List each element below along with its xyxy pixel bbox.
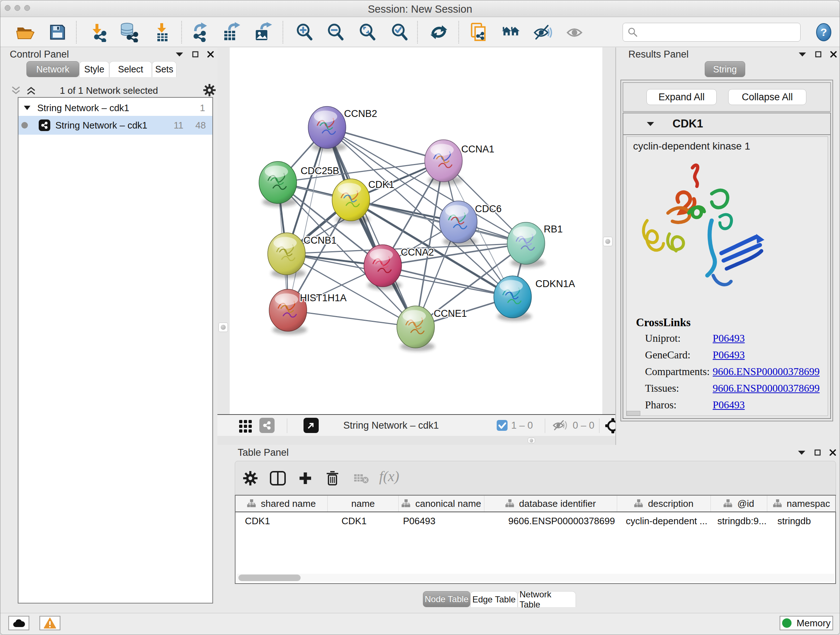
cloud-status-button[interactable]: [8, 616, 29, 630]
gene-name: CDK1: [673, 117, 703, 130]
panel-collapse-icon[interactable]: [798, 52, 806, 57]
tab-sets[interactable]: Sets: [152, 61, 177, 77]
import-network-icon[interactable]: [88, 22, 108, 42]
node-table: shared namenamecanonical namedatabase id…: [235, 495, 836, 584]
network-options-gear-icon[interactable]: [203, 84, 216, 97]
show-columns-icon[interactable]: [269, 470, 286, 487]
search-input[interactable]: [622, 23, 801, 42]
results-horizontal-scrollbar[interactable]: [627, 411, 640, 416]
panel-float-icon[interactable]: [815, 51, 821, 57]
show-all-icon[interactable]: [565, 22, 585, 42]
panel-float-icon[interactable]: [814, 449, 821, 456]
node-label-cdk1: CDK1: [368, 179, 394, 190]
network-node-cdkn1a[interactable]: [494, 276, 532, 321]
expand-all-button[interactable]: Expand All: [646, 89, 717, 105]
panel-float-icon[interactable]: [192, 51, 199, 57]
tree-expand-icon[interactable]: [24, 105, 31, 111]
panel-collapse-icon[interactable]: [175, 52, 183, 57]
detach-view-icon[interactable]: [303, 418, 319, 433]
crosslink-label: GeneCard:: [645, 349, 691, 361]
table-panel-window-controls: [798, 449, 836, 456]
table-cell: CDK1: [235, 512, 328, 530]
scrollbar-thumb[interactable]: [238, 575, 301, 581]
zoom-fit-icon[interactable]: [357, 22, 378, 42]
warning-status-button[interactable]: [39, 616, 60, 630]
column-header-description[interactable]: description: [617, 496, 711, 511]
crosslink-row: Uniprot:P06493: [627, 333, 828, 349]
tab-network-table[interactable]: Network Table: [518, 591, 576, 607]
import-table-icon[interactable]: [152, 22, 172, 42]
memory-button[interactable]: Memory: [780, 616, 833, 630]
collapse-all-button[interactable]: Collapse All: [728, 89, 806, 105]
network-node-ccnb1[interactable]: [268, 233, 306, 278]
network-node-cdc6[interactable]: [439, 201, 477, 246]
network-edge[interactable]: [288, 127, 327, 310]
help-icon[interactable]: ?: [813, 22, 834, 42]
duplicate-network-icon[interactable]: [468, 22, 488, 42]
grid-view-icon[interactable]: [238, 418, 253, 434]
network-canvas[interactable]: CCNB2CCNA1CDC25BCDK1CDC6RB1CCNB1CCNA2CDK…: [230, 48, 602, 414]
table-horizontal-scrollbar[interactable]: [236, 574, 835, 582]
import-network-from-database-icon[interactable]: [118, 22, 139, 42]
column-header-name[interactable]: name: [328, 496, 399, 511]
apply-layout-icon[interactable]: [429, 22, 449, 42]
hidden-eye-icon[interactable]: [552, 419, 568, 433]
table-header-row: shared namenamecanonical namedatabase id…: [235, 496, 835, 512]
panel-close-icon[interactable]: [207, 51, 214, 57]
section-collapse-icon[interactable]: [646, 121, 654, 126]
crosslink-link[interactable]: P06493: [713, 399, 745, 411]
export-table-icon[interactable]: [221, 22, 242, 42]
tab-select[interactable]: Select: [109, 61, 152, 77]
column-type-icon: [773, 499, 782, 508]
export-image-icon[interactable]: [253, 22, 273, 42]
column-header--id[interactable]: @id: [711, 496, 767, 511]
add-column-icon[interactable]: [297, 470, 314, 487]
table-row[interactable]: CDK1CDK1P064939606.ENSP00000378699cyclin…: [235, 512, 835, 530]
network-node-ccna2[interactable]: [364, 245, 402, 290]
gene-section-header[interactable]: CDK1: [623, 113, 830, 135]
delete-table-icon-disabled: [353, 470, 370, 487]
network-node-cdc25b[interactable]: [259, 162, 297, 207]
crosslink-link[interactable]: P06493: [713, 333, 745, 344]
panel-close-icon[interactable]: [830, 51, 837, 57]
save-session-icon[interactable]: [47, 22, 68, 42]
column-header-namespac[interactable]: namespac: [767, 496, 836, 511]
network-collection-row[interactable]: String Network – cdk1 1: [19, 100, 212, 116]
panel-close-icon[interactable]: [829, 449, 836, 456]
network-node-ccne1[interactable]: [397, 306, 435, 351]
tab-style[interactable]: Style: [79, 61, 109, 77]
column-header-database-identifier[interactable]: database identifier: [485, 496, 617, 511]
zoom-in-icon[interactable]: [294, 22, 315, 42]
zoom-out-icon[interactable]: [325, 22, 346, 42]
node-label-rb1: RB1: [544, 224, 563, 234]
first-neighbors-icon[interactable]: [501, 22, 521, 42]
main-toolbar: ?: [0, 17, 840, 47]
horizontal-splitter[interactable]: [218, 436, 615, 445]
delete-column-icon[interactable]: [324, 470, 341, 487]
network-node-rb1[interactable]: [507, 222, 545, 268]
network-view-icon[interactable]: [259, 418, 275, 433]
left-splitter-handle[interactable]: [218, 323, 228, 332]
network-node-cdk1[interactable]: [332, 179, 370, 224]
tab-node-table[interactable]: Node Table: [423, 591, 470, 607]
hide-selected-icon[interactable]: [532, 22, 553, 42]
export-network-icon[interactable]: [190, 22, 210, 42]
crosslink-link[interactable]: P06493: [713, 349, 745, 361]
network-edge[interactable]: [288, 310, 416, 327]
open-session-icon[interactable]: [15, 22, 35, 42]
network-row-selected[interactable]: String Network – cdk1 11 48: [19, 116, 212, 135]
zoom-selected-icon[interactable]: [390, 22, 410, 42]
table-settings-gear-icon[interactable]: [242, 470, 259, 487]
network-node-ccna1[interactable]: [425, 140, 463, 185]
column-header-canonical-name[interactable]: canonical name: [399, 496, 485, 511]
tab-edge-table[interactable]: Edge Table: [470, 591, 518, 607]
selected-checkbox-icon[interactable]: [496, 420, 508, 432]
crosslink-link[interactable]: 9606.ENSP00000378699: [713, 382, 820, 394]
column-header-shared-name[interactable]: shared name: [235, 496, 328, 511]
tab-string[interactable]: String: [705, 61, 745, 77]
network-node-ccnb2[interactable]: [308, 106, 346, 152]
tab-network[interactable]: Network: [27, 61, 79, 77]
crosslink-link[interactable]: 9606.ENSP00000378699: [713, 366, 820, 378]
panel-collapse-icon[interactable]: [798, 450, 806, 455]
right-splitter-handle[interactable]: [603, 237, 613, 246]
